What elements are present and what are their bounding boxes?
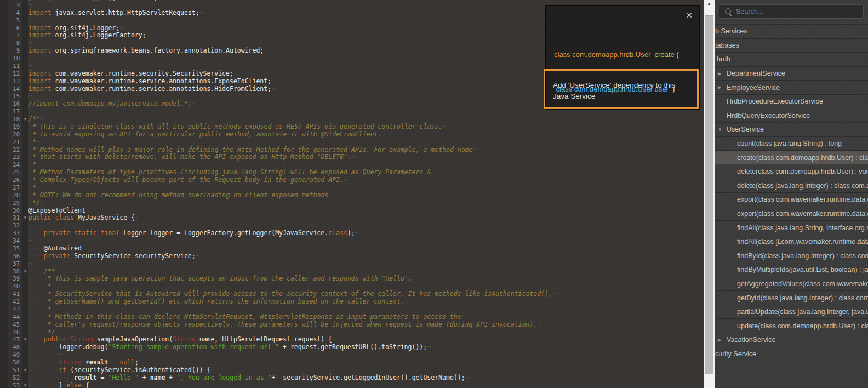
code-line[interactable]: 37¬ bbox=[0, 260, 704, 268]
fold-arrow-icon[interactable]: ▾ bbox=[22, 268, 28, 276]
tree-method[interactable]: count(class java.lang.String) : long bbox=[715, 137, 868, 151]
code-line[interactable]: 21·*¬ bbox=[0, 139, 704, 146]
fold-arrow-icon[interactable]: ▾ bbox=[22, 336, 28, 344]
code-line[interactable]: 32¬ bbox=[0, 222, 704, 230]
code-line[interactable]: 52············result·=·"Hello·"·+·name·+… bbox=[0, 374, 704, 382]
code-text: public·class·MyJavaService·{¬ bbox=[28, 214, 704, 222]
code-line[interactable]: 26·*·Complex·Types/Objects·will·become·p… bbox=[0, 176, 704, 184]
dependency-hint-text: Add 'UserService' dependency to this Jav… bbox=[545, 71, 697, 102]
line-number: 20 bbox=[0, 131, 22, 139]
chevron-right-icon[interactable]: ▶ bbox=[718, 338, 727, 343]
tree-service[interactable]: ▶DepartmentService bbox=[715, 67, 868, 81]
code-line[interactable]: 53▾········}·else·{¬ bbox=[0, 382, 704, 388]
tree-method[interactable]: partialUpdate(class java.lang.Integer, j… bbox=[715, 305, 868, 319]
fold-arrow-icon[interactable]: ▾ bbox=[22, 214, 28, 222]
code-line[interactable]: 51▾········if·(securityService.isAuthent… bbox=[0, 367, 704, 374]
code-line[interactable]: 43·····*¬ bbox=[0, 306, 704, 313]
code-text: ····private·static·final·Logger·logger·=… bbox=[28, 230, 704, 237]
code-line[interactable]: 22·*·Method·names·will·play·a·major·role… bbox=[0, 146, 704, 154]
tree-service[interactable]: HrdbQueryExecutorService bbox=[715, 109, 868, 123]
code-line[interactable]: 31▾public·class·MyJavaService·{¬ bbox=[0, 214, 704, 222]
line-number: 35 bbox=[0, 245, 22, 253]
code-text: ········}·else·{¬ bbox=[28, 382, 704, 388]
scroll-up-icon[interactable]: ▲ bbox=[704, 0, 715, 8]
code-line[interactable]: 19·*·This·is·a·singleton·class·with·all·… bbox=[0, 123, 704, 131]
chevron-right-icon[interactable]: ▶ bbox=[718, 85, 727, 90]
code-line[interactable]: 28·*·NOTE:·We·do·not·recommend·using·met… bbox=[0, 192, 704, 199]
fold-arrow-icon[interactable]: ▾ bbox=[22, 367, 28, 374]
tree-item-label: delete(class java.lang.Integer) : class … bbox=[737, 182, 868, 190]
fold-margin bbox=[22, 146, 28, 154]
tree-method[interactable]: create(class com.demoapp.hrdb.User) : cl… bbox=[715, 151, 868, 165]
tree-service[interactable]: HrdbProcedureExecutorService bbox=[715, 95, 868, 109]
tree-method[interactable]: findAll(class [Lcom.wavemaker.runtime.da… bbox=[715, 235, 868, 249]
code-line[interactable]: 49········¬ bbox=[0, 351, 704, 359]
tree-method[interactable]: getById(class java.lang.Integer) : class… bbox=[715, 291, 868, 305]
tree-item-label: getById(class java.lang.Integer) : class… bbox=[737, 294, 868, 302]
code-line[interactable]: 47▾····public·String·sampleJavaOperation… bbox=[0, 336, 704, 344]
tree-item-label: findAll(class [Lcom.wavemaker.runtime.da… bbox=[737, 238, 868, 246]
tree-category[interactable]: curity Service bbox=[715, 347, 868, 362]
fold-margin bbox=[22, 184, 28, 192]
code-line[interactable]: 46·····*/¬ bbox=[0, 329, 704, 336]
code-line[interactable]: 20·*·To·avoid·exposing·an·API·for·a·part… bbox=[0, 131, 704, 139]
tree-item-label: create(class com.demoapp.hrdb.User) : cl… bbox=[737, 154, 868, 162]
tree-service[interactable]: ▶VacationService bbox=[715, 333, 868, 347]
code-line[interactable]: 45·····*·caller's·request/response·objec… bbox=[0, 321, 704, 329]
tree-item-label: export(class com.wavemaker.runtime.data.… bbox=[737, 210, 868, 218]
code-line[interactable]: 27·*¬ bbox=[0, 184, 704, 192]
tree-service[interactable]: ▶EmployeeService bbox=[715, 81, 868, 95]
tree-method[interactable]: findByMultipleIds(java.util.List, boolea… bbox=[715, 263, 868, 277]
code-line[interactable]: 40·····*¬ bbox=[0, 283, 704, 290]
fold-margin bbox=[22, 62, 28, 70]
tree-method[interactable]: findById(class java.lang.Integer) : clas… bbox=[715, 249, 868, 264]
code-line[interactable]: 42·····*·getUserName()·and·getUserId()·e… bbox=[0, 298, 704, 306]
tree-service[interactable]: ▼UserService bbox=[715, 123, 868, 137]
tree-category[interactable]: b Services bbox=[715, 25, 868, 39]
line-number: 41 bbox=[0, 290, 22, 298]
tree-method[interactable]: export(class com.wavemaker.runtime.data.… bbox=[715, 207, 868, 221]
code-line[interactable]: 29·*/¬ bbox=[0, 199, 704, 207]
chevron-right-icon[interactable]: ▶ bbox=[718, 71, 727, 76]
fold-margin bbox=[22, 100, 28, 108]
services-sidebar: b Servicestabaseshrdb▶DepartmentService▶… bbox=[715, 0, 868, 388]
fold-arrow-icon[interactable]: ▾ bbox=[22, 116, 28, 123]
tree-method[interactable]: update(class com.demoapp.hrdb.User) : cl… bbox=[715, 319, 868, 333]
tree-method[interactable]: delete(class java.lang.Integer) : class … bbox=[715, 179, 868, 193]
line-number: 53 bbox=[0, 382, 22, 388]
code-text: ············result·=·"Hello·"·+·name·+·"… bbox=[28, 374, 704, 382]
fold-margin bbox=[22, 131, 28, 139]
code-text: ·····*¬ bbox=[28, 283, 704, 290]
code-line[interactable]: 41·····*·SecurityService·that·is·Autowir… bbox=[0, 290, 704, 298]
search-input[interactable] bbox=[719, 4, 864, 19]
code-text: ·····*¬ bbox=[28, 306, 704, 313]
line-number: 24 bbox=[0, 161, 22, 169]
tree-method[interactable]: findAll(class java.lang.String, interfac… bbox=[715, 221, 868, 235]
code-line[interactable]: 48········logger.debug("Starting·sample·… bbox=[0, 344, 704, 351]
code-text: ·*·that·starts·with·delete/remove,·will·… bbox=[28, 153, 704, 161]
tree-method[interactable]: delete(class com.demoapp.hrdb.User) : vo… bbox=[715, 165, 868, 179]
code-line[interactable]: 24·*¬ bbox=[0, 161, 704, 169]
tree-category[interactable]: tabases bbox=[715, 39, 868, 53]
fold-margin bbox=[22, 359, 28, 367]
line-number: 47 bbox=[0, 336, 22, 344]
code-line[interactable]: 50········String·result·=·null;¬ bbox=[0, 359, 704, 367]
code-line[interactable]: 34¬ bbox=[0, 237, 704, 245]
tree-method[interactable]: getAggregatedValues(class com.wavemaker bbox=[715, 277, 868, 292]
code-line[interactable]: 36····private·SecurityService·securitySe… bbox=[0, 253, 704, 260]
tree-method[interactable]: export(class com.wavemaker.runtime.data.… bbox=[715, 193, 868, 207]
tree-item-label: count(class java.lang.String) : long bbox=[737, 140, 842, 147]
code-line[interactable]: 39·····*·This·is·sample·java·operation·t… bbox=[0, 275, 704, 283]
code-line[interactable]: 44·····*·Methods·in·this·class·can·decla… bbox=[0, 313, 704, 321]
code-line[interactable]: 23·*·that·starts·with·delete/remove,·wil… bbox=[0, 153, 704, 161]
code-line[interactable]: 33····private·static·final·Logger·logger… bbox=[0, 230, 704, 237]
tree-category[interactable]: hrdb bbox=[715, 53, 868, 67]
code-line[interactable]: 25·*·Method·Parameters·of·type·primitive… bbox=[0, 169, 704, 176]
editor-scrollbar[interactable]: ▲ bbox=[704, 0, 715, 388]
scrollbar-thumb[interactable] bbox=[705, 15, 713, 374]
code-line[interactable]: 38▾····/**¬ bbox=[0, 268, 704, 276]
fold-arrow-icon[interactable]: ▾ bbox=[22, 382, 28, 388]
code-line[interactable]: 30@ExposeToClient¬ bbox=[0, 207, 704, 215]
chevron-down-icon[interactable]: ▼ bbox=[718, 127, 727, 132]
code-line[interactable]: 35····@Autowired¬ bbox=[0, 245, 704, 253]
